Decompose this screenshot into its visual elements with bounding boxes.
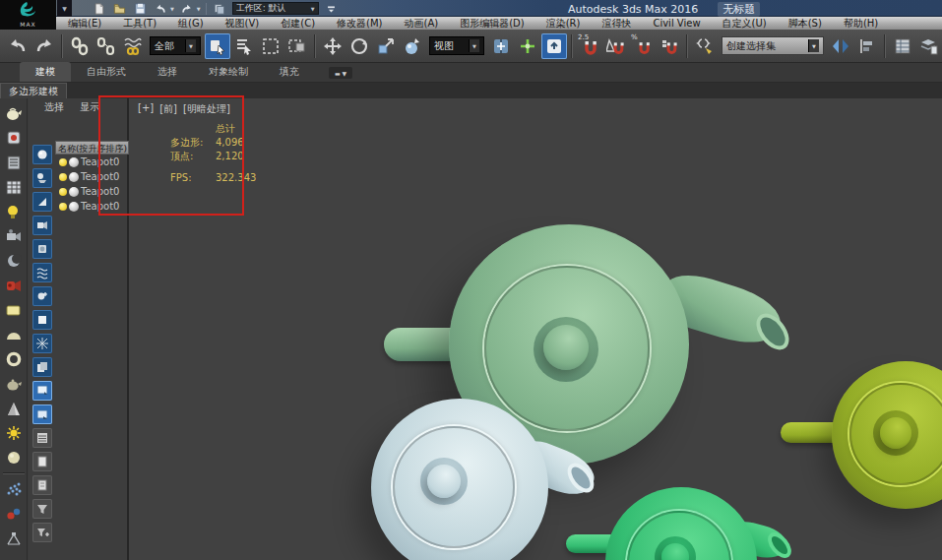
- filter-containers-icon[interactable]: [32, 357, 52, 377]
- menu-edit[interactable]: 编辑(E): [57, 17, 112, 31]
- select-and-move-button[interactable]: [320, 33, 345, 59]
- edit-named-selection-sets-button[interactable]: [692, 33, 718, 59]
- visibility-bulb-icon[interactable]: [59, 173, 67, 181]
- explorer-list-view-icon[interactable]: [32, 428, 52, 448]
- explorer-menu-select[interactable]: 选择: [44, 100, 64, 114]
- display-helpers-icon[interactable]: [2, 250, 26, 272]
- display-spacewarps-icon[interactable]: [2, 275, 26, 296]
- display-planes-icon[interactable]: [2, 299, 26, 321]
- teapot-bright-green[interactable]: [605, 487, 757, 560]
- display-particles-icon[interactable]: [2, 478, 26, 500]
- filter-waves-icon[interactable]: [32, 263, 52, 282]
- visibility-bulb-icon[interactable]: [59, 188, 67, 196]
- window-crossing-toggle[interactable]: [284, 33, 310, 59]
- open-file-button[interactable]: [111, 2, 127, 16]
- selection-filter-dropdown[interactable]: 全部 ▼: [150, 36, 201, 55]
- redo-dropdown-caret[interactable]: ▼: [197, 6, 201, 12]
- explorer-menu-display[interactable]: 显示: [80, 100, 99, 114]
- display-lights-list-icon[interactable]: [2, 152, 26, 173]
- list-item-teapot-4[interactable]: Teapot0: [55, 199, 129, 214]
- teapot-olive[interactable]: [832, 361, 942, 509]
- display-omni-light-icon[interactable]: [2, 422, 26, 444]
- manage-scene-states-button[interactable]: [916, 33, 942, 59]
- select-and-place-button[interactable]: [400, 33, 425, 59]
- redo-scene-button[interactable]: [31, 33, 57, 59]
- ribbon-minimize-toggle[interactable]: ▬ ▼: [329, 67, 352, 79]
- display-sphere-icon[interactable]: [2, 447, 26, 468]
- unlink-selection-button[interactable]: [94, 33, 119, 59]
- logo-dropdown-caret[interactable]: ▼: [57, 0, 72, 17]
- visibility-bulb-icon[interactable]: [59, 158, 67, 166]
- bind-to-space-warp-button[interactable]: [120, 33, 146, 59]
- display-spreadsheet-icon[interactable]: [2, 176, 26, 198]
- menu-civil-view[interactable]: Civil View: [642, 18, 711, 29]
- name-column-header[interactable]: 名称(按升序排序): [55, 141, 129, 155]
- explorer-window-toggle-1[interactable]: [32, 381, 52, 401]
- filter-shapes-icon[interactable]: [32, 168, 52, 188]
- explorer-page-icon-2[interactable]: [32, 475, 52, 495]
- polygon-modeling-panel-tab[interactable]: 多边形建模: [0, 83, 67, 98]
- save-file-button[interactable]: [132, 2, 148, 16]
- display-lights-icon[interactable]: [2, 201, 26, 222]
- filter-cameras-icon[interactable]: [32, 216, 52, 235]
- undo-button[interactable]: [153, 2, 168, 16]
- select-and-scale-button[interactable]: [373, 33, 399, 59]
- list-item-teapot-3[interactable]: Teapot0: [55, 184, 129, 199]
- filter-sphere-icon[interactable]: [32, 239, 52, 259]
- menu-rendering[interactable]: 渲染(R): [535, 17, 592, 31]
- display-bones-icon[interactable]: [2, 503, 26, 525]
- workspace-dropdown[interactable]: 工作区: 默认 ▼: [232, 2, 319, 15]
- ribbon-tab-selection[interactable]: 选择: [142, 62, 193, 82]
- list-item-teapot-2[interactable]: Teapot0: [55, 169, 129, 184]
- project-folder-button[interactable]: [212, 2, 227, 16]
- filter-geometry-icon[interactable]: [32, 145, 52, 164]
- undo-dropdown-caret[interactable]: ▼: [170, 6, 174, 12]
- menu-graph-editors[interactable]: 图形编辑器(D): [449, 17, 535, 31]
- select-and-manipulate-button[interactable]: [515, 33, 540, 59]
- menu-modifiers[interactable]: 修改器(M): [326, 17, 393, 31]
- menu-views[interactable]: 视图(V): [215, 17, 271, 31]
- redo-button[interactable]: [179, 2, 195, 16]
- filter-helpers-icon[interactable]: [32, 286, 52, 306]
- display-ring-icon[interactable]: [2, 348, 26, 370]
- visibility-bulb-icon[interactable]: [59, 203, 67, 211]
- teapot-pale-blue[interactable]: [371, 399, 548, 560]
- use-pivot-point-center-button[interactable]: [488, 33, 514, 59]
- filter-spacewarps-icon[interactable]: [32, 334, 52, 353]
- percent-snap-toggle[interactable]: %: [630, 33, 656, 59]
- 3dsmax-logo[interactable]: MAX: [0, 0, 56, 30]
- mirror-button[interactable]: [828, 33, 853, 59]
- list-item-teapot-1[interactable]: Teapot0: [55, 155, 129, 169]
- viewport-menu-general[interactable]: [+]: [138, 102, 154, 116]
- ribbon-tab-modeling[interactable]: 建模: [20, 62, 71, 82]
- menu-create[interactable]: 创建(C): [270, 17, 326, 31]
- filter-planes-icon[interactable]: [32, 310, 52, 330]
- display-cameras-icon[interactable]: [2, 225, 26, 247]
- viewport-menu-pov[interactable]: [前]: [159, 102, 177, 116]
- snaps-toggle-2-5[interactable]: 2.5: [577, 33, 602, 59]
- display-shapes-icon[interactable]: [2, 127, 26, 149]
- front-viewport[interactable]: [+] [前] [明暗处理] 总计 多边形:4,096 顶点:2,120 FPS…: [129, 98, 942, 560]
- keyboard-shortcut-override-toggle[interactable]: [541, 33, 567, 59]
- display-teapot-icon[interactable]: [2, 373, 26, 395]
- filter-cone-icon[interactable]: [32, 192, 52, 212]
- viewport-menu-shading[interactable]: [明暗处理]: [183, 102, 230, 116]
- align-button[interactable]: [854, 33, 880, 59]
- named-selection-sets-dropdown[interactable]: 创建选择集 ▼: [722, 36, 824, 55]
- explorer-filter-funnel-icon[interactable]: [32, 499, 52, 519]
- rectangular-selection-region-button[interactable]: [258, 33, 283, 59]
- angle-snap-toggle[interactable]: [603, 33, 629, 59]
- select-and-link-button[interactable]: [67, 33, 93, 59]
- select-and-rotate-button[interactable]: [346, 33, 372, 59]
- menu-scripting[interactable]: 脚本(S): [778, 17, 833, 31]
- menu-renderfarm[interactable]: 渲得快: [591, 17, 642, 31]
- ribbon-tab-freeform[interactable]: 自由形式: [71, 62, 142, 82]
- display-cone-icon[interactable]: [2, 398, 26, 419]
- select-object-button[interactable]: [205, 33, 230, 59]
- toolbar-overflow-button[interactable]: [324, 2, 340, 16]
- display-dome-icon[interactable]: [2, 324, 26, 345]
- layer-explorer-button[interactable]: [890, 33, 915, 59]
- display-geometry-icon[interactable]: [2, 102, 26, 124]
- new-file-button[interactable]: [91, 2, 106, 16]
- explorer-page-icon-1[interactable]: [32, 452, 52, 471]
